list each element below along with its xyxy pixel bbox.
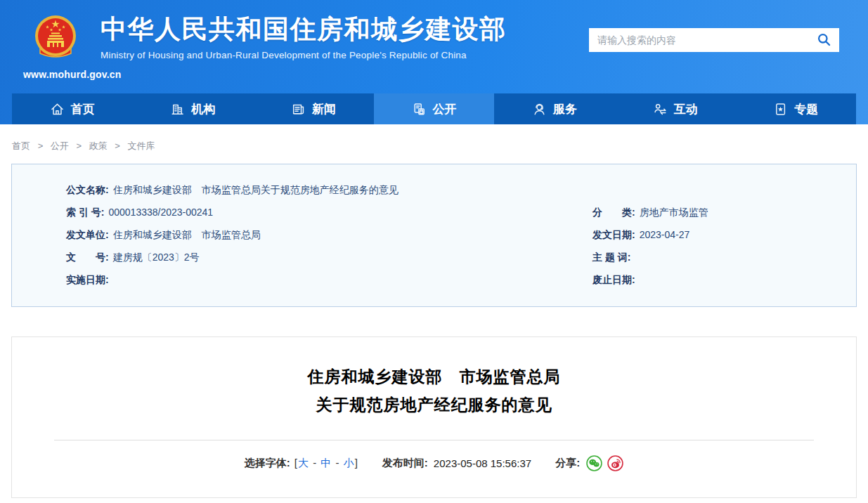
share-group: 分享:: [555, 455, 623, 471]
nav-item-topics[interactable]: 专题: [735, 93, 856, 124]
meta-value-index-number: 000013338/2023-00241: [108, 201, 213, 223]
article-box: 住房和城乡建设部 市场监管总局 关于规范房地产经纪服务的意见 选择字体: [大 …: [11, 337, 857, 498]
breadcrumb-separator: >: [115, 141, 120, 151]
home-icon: [50, 102, 65, 117]
disclosure-icon: [412, 102, 427, 117]
breadcrumb-policy[interactable]: 政策: [89, 141, 108, 151]
share-label: 分享:: [555, 457, 580, 470]
topics-icon: [773, 102, 788, 117]
nav-item-organization[interactable]: 机构: [133, 93, 254, 124]
nav-item-label: 公开: [433, 101, 457, 117]
national-emblem-icon: [30, 14, 82, 70]
meta-value-document-number: 建房规〔2023〕2号: [113, 246, 200, 268]
meta-row-subject-words: 主 题 词:: [592, 246, 856, 268]
meta-row-category: 分 类: 房地产市场监管: [592, 201, 856, 223]
font-bracket-close: ]: [355, 457, 358, 469]
news-icon: [291, 102, 306, 117]
article-title-line1: 住房和城乡建设部 市场监管总局: [12, 362, 856, 391]
meta-value-issue-date: 2023-04-27: [640, 223, 690, 246]
article-title: 住房和城乡建设部 市场监管总局 关于规范房地产经纪服务的意见: [12, 362, 856, 419]
article-divider: [54, 440, 814, 440]
meta-value-name: 住房和城乡建设部 市场监管总局关于规范房地产经纪服务的意见: [113, 178, 399, 201]
site-logo[interactable]: [23, 14, 88, 70]
nav-item-label: 机构: [191, 101, 215, 117]
nav-item-interaction[interactable]: 互动: [615, 93, 736, 124]
search-input[interactable]: [597, 34, 817, 46]
main-nav: 首页 机构 新闻 公开: [12, 93, 856, 124]
publish-time-value: 2023-05-08 15:56:37: [434, 457, 531, 469]
search-box: [589, 28, 839, 52]
interaction-icon: [653, 102, 668, 117]
meta-label-subject-words: 主 题 词:: [592, 246, 630, 268]
font-size-large-link[interactable]: 大: [298, 457, 309, 469]
nav-item-disclosure[interactable]: 公开: [374, 93, 495, 124]
breadcrumb-separator: >: [76, 141, 82, 151]
meta-label-issue-date: 发文日期:: [592, 223, 635, 246]
publish-time-label: 发布时间:: [382, 457, 428, 470]
meta-label-issuing-unit: 发文单位:: [66, 223, 109, 246]
nav-item-home[interactable]: 首页: [12, 93, 133, 124]
nav-item-label: 服务: [553, 101, 577, 117]
meta-row-issuing-unit: 发文单位: 住房和城乡建设部 市场监管总局: [66, 223, 592, 246]
publish-time-group: 发布时间: 2023-05-08 15:56:37: [382, 457, 531, 470]
meta-row-issue-date: 发文日期: 2023-04-27: [592, 223, 856, 246]
font-separator: -: [332, 457, 343, 469]
font-separator: -: [309, 457, 320, 469]
nav-item-label: 新闻: [312, 101, 336, 117]
nav-item-label: 互动: [674, 101, 698, 117]
nav-item-service[interactable]: 服务: [494, 93, 615, 124]
meta-label-index-number: 索 引 号:: [66, 201, 104, 223]
nav-item-label: 专题: [794, 101, 818, 117]
meta-value-issuing-unit: 住房和城乡建设部 市场监管总局: [113, 223, 261, 246]
meta-label-repeal-date: 废止日期:: [592, 268, 635, 291]
article-toolbar: 选择字体: [大 - 中 - 小] 发布时间: 2023-05-08 15:56…: [12, 455, 856, 471]
meta-row-repeal-date: 废止日期:: [592, 268, 856, 291]
breadcrumb-separator: >: [38, 141, 44, 151]
site-header: 中华人民共和国住房和城乡建设部 Ministry of Housing and …: [0, 0, 868, 124]
site-subtitle: Ministry of Housing and Urban-Rural Deve…: [101, 50, 507, 60]
meta-row-index-number: 索 引 号: 000013338/2023-00241: [66, 201, 592, 223]
font-size-label: 选择字体:: [245, 457, 290, 470]
document-meta-box: 公文名称: 住房和城乡建设部 市场监管总局关于规范房地产经纪服务的意见 索 引 …: [11, 164, 857, 307]
wechat-share-icon[interactable]: [586, 455, 602, 471]
site-url: www.mohurd.gov.cn: [23, 69, 122, 80]
breadcrumb-home[interactable]: 首页: [12, 141, 30, 151]
breadcrumb-current: 文件库: [128, 141, 155, 151]
font-size-selector: 选择字体: [大 - 中 - 小]: [245, 457, 358, 470]
meta-row-document-number: 文 号: 建房规〔2023〕2号: [66, 246, 592, 268]
nav-item-news[interactable]: 新闻: [253, 93, 374, 124]
breadcrumb: 首页 > 公开 > 政策 > 文件库: [0, 124, 868, 164]
weibo-share-icon[interactable]: [607, 455, 623, 471]
meta-label-name: 公文名称:: [66, 178, 109, 201]
nav-item-label: 首页: [71, 101, 95, 117]
meta-label-category: 分 类:: [592, 201, 635, 223]
breadcrumb-disclosure[interactable]: 公开: [51, 141, 69, 151]
site-title: 中华人民共和国住房和城乡建设部: [101, 14, 507, 45]
meta-label-effective-date: 实施日期:: [66, 268, 109, 291]
meta-value-category: 房地产市场监管: [640, 201, 708, 223]
meta-row-effective-date: 实施日期:: [66, 268, 592, 291]
font-size-small-link[interactable]: 小: [344, 457, 355, 469]
meta-row-name: 公文名称: 住房和城乡建设部 市场监管总局关于规范房地产经纪服务的意见: [12, 178, 856, 201]
search-icon: [817, 32, 832, 48]
meta-label-document-number: 文 号:: [66, 246, 109, 268]
font-size-medium-link[interactable]: 中: [320, 457, 332, 469]
article-title-line2: 关于规范房地产经纪服务的意见: [12, 391, 856, 419]
service-icon: [532, 102, 547, 117]
organization-icon: [170, 102, 185, 117]
search-button[interactable]: [817, 32, 832, 48]
